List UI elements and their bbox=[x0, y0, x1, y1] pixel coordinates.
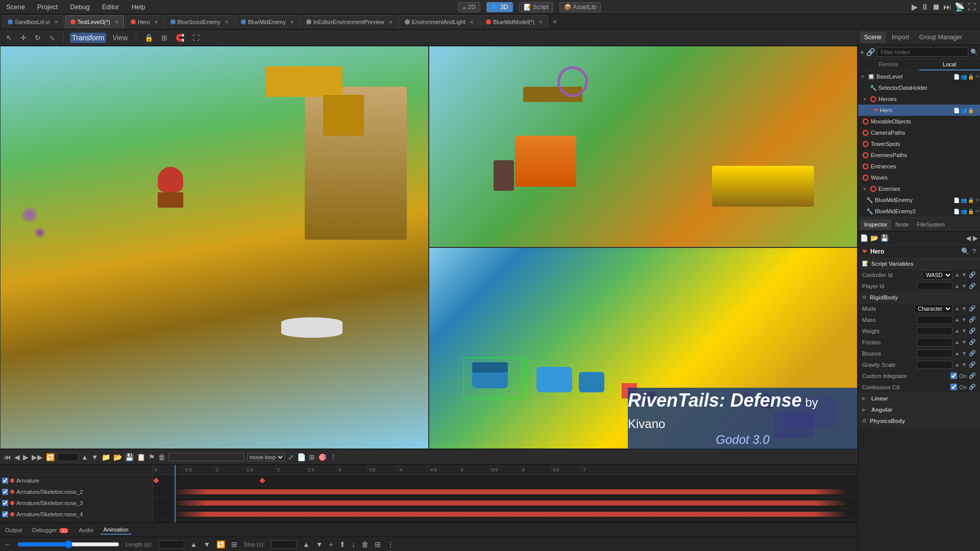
delete-all-button[interactable]: 🗑 bbox=[361, 540, 369, 548]
snap-toggle[interactable]: ⊞ bbox=[231, 540, 237, 548]
tab-close-hero[interactable]: ✕ bbox=[154, 19, 158, 25]
scene-tab-scene[interactable]: Scene bbox=[860, 32, 886, 43]
tab-ineditorenv[interactable]: InEditorEnvironmentPreview ✕ bbox=[301, 15, 398, 29]
prop-spin-weight-up[interactable]: ▲ bbox=[954, 328, 960, 334]
tab-close-testlevel3[interactable]: ✕ bbox=[114, 19, 118, 25]
move-tool-button[interactable]: ✛ bbox=[18, 33, 29, 43]
tab-bluemidmodel[interactable]: BlueMidModel(*) ✕ bbox=[480, 15, 548, 29]
tree-action-bme-script[interactable]: 📄 bbox=[953, 197, 960, 203]
prop-spin-controller-id-down[interactable]: ▼ bbox=[962, 272, 967, 278]
scroll-left-button[interactable]: ← bbox=[4, 540, 11, 548]
tab-bluesoutenemy[interactable]: BlueScoutEnemy ✕ bbox=[165, 15, 234, 29]
inspector-next-button[interactable]: ▶ bbox=[973, 234, 978, 242]
track-timeline[interactable]: 0 0.5 1 1.5 2 2.5 3 3.5 4 4.5 5 5.5 bbox=[153, 465, 857, 522]
mode-assetlib-button[interactable]: 📦 AssetLib bbox=[559, 2, 601, 12]
prop-checkbox-continuous-cd[interactable] bbox=[950, 384, 957, 390]
tree-item-bluemidenemy2[interactable]: 🔧 BlueMidEnemy2 📄 👥 🔒 👁 bbox=[858, 206, 980, 217]
prop-spin-bounce-down[interactable]: ▼ bbox=[962, 350, 967, 356]
view-button[interactable]: View bbox=[110, 33, 130, 43]
scene-tab-import[interactable]: Import bbox=[888, 32, 913, 43]
tab-close-bluesoutenemy[interactable]: ✕ bbox=[225, 19, 229, 25]
tl-snap[interactable]: ⊞ bbox=[309, 453, 315, 461]
scene-tab-groupmanager[interactable]: Group Manager bbox=[915, 32, 966, 43]
tl-copy-pose[interactable]: 📄 bbox=[297, 453, 306, 461]
inspector-help-button[interactable]: ? bbox=[972, 247, 976, 255]
remote-debug-button[interactable]: 📡 bbox=[954, 2, 965, 12]
tl-anim-down[interactable]: ▼ bbox=[91, 453, 99, 461]
tl-options[interactable]: ⋮ bbox=[330, 453, 337, 461]
lock-button[interactable]: 🔒 bbox=[142, 33, 155, 43]
tree-action-hero-lock[interactable]: 🔒 bbox=[968, 108, 974, 113]
tree-action-bme2-group[interactable]: 👥 bbox=[961, 209, 967, 214]
prop-link-controller-id[interactable]: 🔗 bbox=[969, 271, 976, 278]
track-checkbox-nose4[interactable] bbox=[2, 511, 8, 517]
inspector-new-button[interactable]: 📄 bbox=[860, 234, 868, 242]
tree-item-heroes[interactable]: ▼ ⭕ Heroes bbox=[858, 93, 980, 105]
section-script-variables[interactable]: 📝 Script Variables bbox=[858, 258, 980, 269]
tree-item-waves[interactable]: ⭕ Waves bbox=[858, 172, 980, 183]
tab-close-bluemidenemy[interactable]: ✕ bbox=[290, 19, 294, 25]
menu-project[interactable]: Project bbox=[35, 2, 60, 12]
inspector-save-button[interactable]: 💾 bbox=[880, 234, 889, 242]
track-opts2-button[interactable]: ⋮ bbox=[387, 540, 394, 548]
step-button[interactable]: ⏭ bbox=[943, 2, 951, 12]
tree-action-hero-script[interactable]: 📄 bbox=[953, 108, 960, 113]
track-checkbox-armature[interactable] bbox=[2, 478, 8, 484]
add-tab-button[interactable]: + bbox=[549, 17, 560, 27]
inspector-prev-button[interactable]: ◀ bbox=[966, 234, 971, 242]
prop-spin-friction-down[interactable]: ▼ bbox=[962, 339, 967, 345]
track-checkbox-nose3[interactable] bbox=[2, 500, 8, 506]
tree-item-movableobjects[interactable]: ⭕ MovableObjects bbox=[858, 116, 980, 127]
grid-button[interactable]: ⊞ bbox=[159, 33, 169, 43]
prop-link-mode[interactable]: 🔗 bbox=[969, 305, 976, 312]
insert-key-button[interactable]: ⬆ bbox=[339, 540, 346, 548]
prop-link-mass[interactable]: 🔗 bbox=[969, 316, 976, 323]
track-opts-button[interactable]: ⊞ bbox=[375, 540, 381, 548]
tl-save[interactable]: 💾 bbox=[125, 453, 134, 461]
track-checkbox-nose2[interactable] bbox=[2, 489, 8, 495]
prop-spin-gravity-scale-down[interactable]: ▼ bbox=[962, 362, 967, 367]
tree-item-camerapaths[interactable]: ⭕ CameraPaths bbox=[858, 127, 980, 138]
fullscreen-button[interactable]: ⛶ bbox=[968, 2, 976, 12]
prop-input-gravity-scale[interactable]: 1 bbox=[917, 361, 952, 369]
prop-spin-mass-up[interactable]: ▲ bbox=[954, 317, 960, 322]
length-spin-up[interactable]: ▲ bbox=[190, 540, 198, 548]
prop-input-mass[interactable]: 0.5 bbox=[917, 316, 952, 324]
scroll-bar[interactable] bbox=[17, 540, 119, 548]
delete-key-button[interactable]: ↓ bbox=[352, 540, 355, 548]
inspector-search-button[interactable]: 🔍 bbox=[961, 247, 969, 255]
step-spin-down[interactable]: ▼ bbox=[316, 540, 323, 548]
length-input[interactable]: 3.67 bbox=[159, 540, 184, 548]
tl-play-button[interactable]: ▶ bbox=[23, 453, 29, 461]
tree-action-eye[interactable]: 👁 bbox=[975, 74, 980, 80]
tl-bake[interactable]: 🎯 bbox=[318, 453, 327, 461]
tree-item-enemies[interactable]: ▼ ⭕ Enemies bbox=[858, 183, 980, 194]
stop-button[interactable]: ⏹ bbox=[932, 2, 940, 12]
play-button[interactable]: ▶ bbox=[912, 2, 918, 12]
menu-debug[interactable]: Debug bbox=[68, 2, 91, 12]
prop-spin-bounce-up[interactable]: ▲ bbox=[954, 350, 960, 356]
filter-nodes-input[interactable] bbox=[877, 47, 968, 57]
tree-action-bme2-lock[interactable]: 🔒 bbox=[968, 209, 974, 214]
prop-spin-mode-down[interactable]: ▼ bbox=[962, 306, 967, 311]
expand-button[interactable]: ⛶ bbox=[190, 33, 202, 43]
inspector-tab-inspector[interactable]: Inspector bbox=[860, 219, 891, 230]
step-input[interactable]: 0.1 bbox=[271, 540, 297, 548]
tree-item-towerspots[interactable]: ⭕ TowerSpots bbox=[858, 138, 980, 149]
prop-spin-friction-up[interactable]: ▲ bbox=[954, 339, 960, 345]
prop-link-continuous-cd[interactable]: 🔗 bbox=[969, 384, 976, 390]
prop-link-custom-integrator[interactable]: 🔗 bbox=[969, 372, 976, 379]
prop-spin-weight-down[interactable]: ▼ bbox=[962, 328, 967, 334]
tab-close-sandboxlvl[interactable]: ✕ bbox=[54, 19, 58, 25]
loop-toggle[interactable]: 🔁 bbox=[216, 540, 225, 548]
prop-input-friction[interactable]: 0 bbox=[917, 338, 952, 346]
section-linear[interactable]: ▶ Linear bbox=[858, 393, 980, 404]
viewport-top-left[interactable] bbox=[429, 46, 857, 247]
tab-close-ineditorenv[interactable]: ✕ bbox=[388, 19, 393, 25]
bottom-tab-debugger[interactable]: Debugger 31 bbox=[29, 526, 71, 534]
menu-help[interactable]: Help bbox=[130, 2, 148, 12]
tl-marker[interactable]: ⚑ bbox=[149, 453, 155, 461]
tree-action-hero-eye[interactable]: 👁 bbox=[975, 108, 980, 113]
prop-link-friction[interactable]: 🔗 bbox=[969, 339, 976, 345]
tree-item-entrances[interactable]: ⭕ Entrances bbox=[858, 161, 980, 172]
